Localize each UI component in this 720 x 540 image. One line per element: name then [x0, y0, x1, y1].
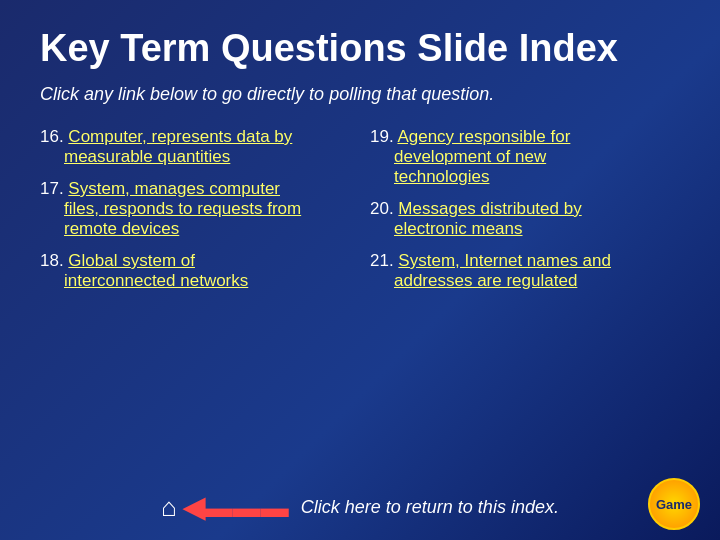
slide-subtitle: Click any link below to go directly to p…	[40, 84, 680, 105]
footer-icons: ⌂ ◀▬▬▬	[161, 491, 289, 524]
slide-container: Key Term Questions Slide Index Click any…	[0, 0, 720, 540]
home-icon[interactable]: ⌂	[161, 492, 177, 523]
item-21-link[interactable]: System, Internet names and	[398, 251, 611, 270]
item-17-cont2[interactable]: remote devices	[64, 219, 350, 239]
item-16-link[interactable]: Computer, represents data by	[68, 127, 292, 146]
item-17: 17. System, manages computer files, resp…	[40, 179, 350, 239]
item-20-link[interactable]: Messages distributed by	[398, 199, 581, 218]
item-17-link[interactable]: System, manages computer	[68, 179, 280, 198]
item-18-number: 18.	[40, 251, 68, 270]
left-column: 16. Computer, represents data by measura…	[40, 127, 350, 297]
item-16: 16. Computer, represents data by measura…	[40, 127, 350, 167]
item-17-cont1[interactable]: files, responds to requests from	[64, 199, 350, 219]
item-19-link[interactable]: Agency responsible for	[397, 127, 570, 146]
item-19: 19. Agency responsible for development o…	[370, 127, 680, 187]
item-19-number: 19.	[370, 127, 397, 146]
item-21-number: 21.	[370, 251, 398, 270]
item-19-cont2[interactable]: technologies	[394, 167, 680, 187]
item-21-cont[interactable]: addresses are regulated	[394, 271, 680, 291]
item-16-number: 16.	[40, 127, 68, 146]
item-18-link[interactable]: Global system of	[68, 251, 195, 270]
item-20-number: 20.	[370, 199, 398, 218]
item-21: 21. System, Internet names and addresses…	[370, 251, 680, 291]
footer-text[interactable]: Click here to return to this index.	[301, 497, 559, 518]
item-19-cont1[interactable]: development of new	[394, 147, 680, 167]
footer: ⌂ ◀▬▬▬ Click here to return to this inde…	[0, 491, 720, 524]
item-18: 18. Global system of interconnected netw…	[40, 251, 350, 291]
right-column: 19. Agency responsible for development o…	[370, 127, 680, 297]
item-18-cont[interactable]: interconnected networks	[64, 271, 350, 291]
slide-title: Key Term Questions Slide Index	[40, 28, 680, 70]
arrow-icon[interactable]: ◀▬▬▬	[183, 491, 289, 524]
item-17-number: 17.	[40, 179, 68, 198]
content-grid: 16. Computer, represents data by measura…	[40, 127, 680, 297]
game-badge[interactable]: Game	[648, 478, 700, 530]
item-20-cont[interactable]: electronic means	[394, 219, 680, 239]
item-20: 20. Messages distributed by electronic m…	[370, 199, 680, 239]
item-16-cont[interactable]: measurable quantities	[64, 147, 350, 167]
